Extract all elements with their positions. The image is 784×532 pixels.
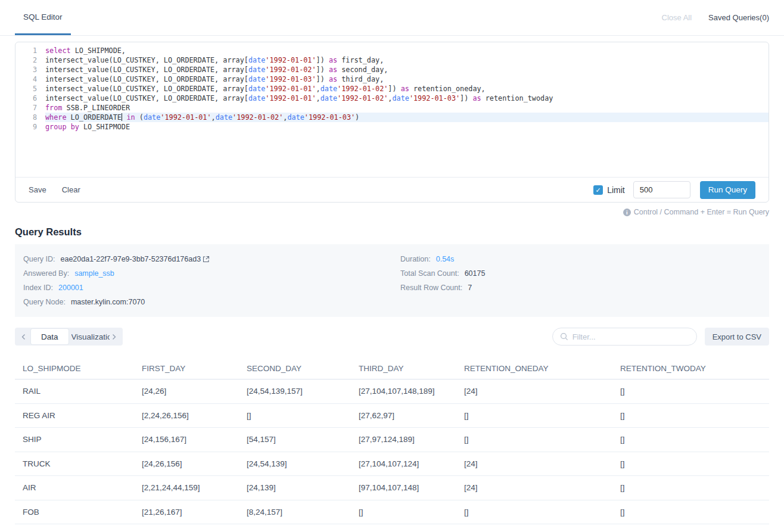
query-info-left: Query ID: eae20da1-22f7-97e9-3bb7-52376d… bbox=[23, 252, 400, 309]
table-row: TRUCK[24,26,156][24,54,139][27,104,107,1… bbox=[15, 452, 769, 477]
line-number: 6 bbox=[15, 94, 45, 103]
code-line: 4intersect_value(LO_CUSTKEY, LO_ORDERDAT… bbox=[15, 74, 769, 84]
tabbar-actions: Close All Saved Queries(0) bbox=[662, 0, 769, 35]
limit-checkbox[interactable]: ✓ bbox=[593, 185, 603, 195]
table-cell: [] bbox=[612, 508, 769, 517]
code-editor[interactable]: 1select LO_SHIPMODE,2intersect_value(LO_… bbox=[15, 42, 769, 177]
table-cell: [54,157] bbox=[239, 435, 351, 444]
table-cell: [24] bbox=[456, 387, 612, 396]
table-cell: [] bbox=[351, 508, 456, 517]
limit-input[interactable] bbox=[633, 181, 690, 198]
tab-sql-editor[interactable]: SQL Editor bbox=[15, 0, 71, 35]
line-number: 3 bbox=[15, 65, 45, 74]
editor-toolbar: Save Clear ✓ Limit Run Query bbox=[15, 177, 769, 202]
saved-queries-button[interactable]: Saved Queries(0) bbox=[708, 13, 769, 22]
table-cell: [] bbox=[612, 459, 769, 468]
tab-data[interactable]: Data bbox=[31, 329, 69, 344]
query-node-label: Query Node: bbox=[23, 298, 66, 306]
column-header: RETENTION_TWODAY bbox=[612, 364, 769, 373]
tabs-scroll-right-icon[interactable] bbox=[110, 334, 119, 340]
table-cell: SHIP bbox=[15, 435, 134, 444]
editor-tabbar: SQL Editor Close All Saved Queries(0) bbox=[0, 0, 784, 36]
query-id-value: eae20da1-22f7-97e9-3bb7-52376d176ad3 bbox=[61, 255, 201, 263]
column-header: THIRD_DAY bbox=[351, 364, 456, 373]
table-cell: [] bbox=[612, 387, 769, 396]
results-table: LO_SHIPMODEFIRST_DAYSECOND_DAYTHIRD_DAYR… bbox=[15, 357, 769, 532]
table-cell: [] bbox=[456, 508, 612, 517]
total-scan-label: Total Scan Count: bbox=[400, 269, 459, 278]
filter-input[interactable] bbox=[573, 332, 689, 341]
table-cell: [27,62,97] bbox=[351, 411, 456, 420]
table-cell: [24,54,139] bbox=[239, 459, 351, 468]
column-header: RETENTION_ONEDAY bbox=[456, 364, 612, 373]
table-cell: [24,156,167] bbox=[134, 435, 239, 444]
table-cell: FOB bbox=[15, 508, 134, 517]
table-cell: [] bbox=[456, 435, 612, 444]
table-cell: [24] bbox=[456, 483, 612, 492]
result-rows-label: Result Row Count: bbox=[400, 284, 462, 292]
close-all-button[interactable]: Close All bbox=[662, 13, 692, 22]
table-cell: AIR bbox=[15, 483, 134, 492]
table-cell: [2,21,24,44,159] bbox=[134, 483, 239, 492]
external-link-icon[interactable] bbox=[203, 256, 210, 263]
duration-value[interactable]: 0.54s bbox=[436, 255, 455, 263]
table-row: FOB[21,26,167][8,24,157][][][] bbox=[15, 500, 769, 525]
line-number: 5 bbox=[15, 84, 45, 94]
line-number: 7 bbox=[15, 103, 45, 113]
table-body: RAIL[24,26][24,54,139,157][27,104,107,14… bbox=[15, 379, 769, 532]
table-row: AIR[2,21,24,44,159][24,139][97,104,107,1… bbox=[15, 476, 769, 500]
code-line: 1select LO_SHIPMODE, bbox=[15, 46, 769, 55]
column-header: FIRST_DAY bbox=[134, 364, 239, 373]
table-row: SHIP[24,156,167][54,157][27,97,124,189][… bbox=[15, 428, 769, 452]
clear-button[interactable]: Clear bbox=[62, 185, 80, 194]
code-line: 8where LO_ORDERDATE in (date'1992-01-01'… bbox=[15, 113, 769, 122]
export-csv-button[interactable]: Export to CSV bbox=[705, 328, 769, 346]
line-number: 2 bbox=[15, 55, 45, 65]
total-scan-value: 60175 bbox=[465, 269, 486, 278]
tab-sql-editor-label: SQL Editor bbox=[23, 13, 63, 21]
table-cell: [24,26] bbox=[134, 387, 239, 396]
table-cell: REG AIR bbox=[15, 411, 134, 420]
answered-by-label: Answered By: bbox=[23, 269, 69, 278]
code-line: 9group by LO_SHIPMODE bbox=[15, 122, 769, 132]
table-cell: [] bbox=[456, 411, 612, 420]
table-cell: [21,26,167] bbox=[134, 508, 239, 517]
line-number: 4 bbox=[15, 74, 45, 84]
table-cell: TRUCK bbox=[15, 459, 134, 468]
table-row: RAIL[24,26][24,54,139,157][27,104,107,14… bbox=[15, 379, 769, 404]
table-cell: [27,104,107,148,189] bbox=[351, 387, 456, 396]
sql-editor-panel: 1select LO_SHIPMODE,2intersect_value(LO_… bbox=[15, 42, 769, 203]
filter-box bbox=[552, 328, 697, 346]
table-cell: RAIL bbox=[15, 387, 134, 396]
result-view-tabs: Data Visualization bbox=[15, 328, 123, 346]
table-cell: [24,26,156] bbox=[134, 459, 239, 468]
run-query-button[interactable]: Run Query bbox=[700, 181, 755, 199]
table-cell: [2,24,26,156] bbox=[134, 411, 239, 420]
duration-label: Duration: bbox=[400, 255, 431, 263]
table-cell: [8,24,157] bbox=[239, 508, 351, 517]
code-line: 6intersect_value(LO_CUSTKEY, LO_ORDERDAT… bbox=[15, 94, 769, 103]
answered-by-link[interactable]: sample_ssb bbox=[74, 269, 114, 278]
run-controls: ✓ Limit Run Query bbox=[593, 181, 755, 199]
tab-visualization[interactable]: Visualization bbox=[71, 332, 110, 341]
result-rows-value: 7 bbox=[468, 284, 472, 292]
code-line: 7from SSB.P_LINEORDER bbox=[15, 103, 769, 113]
save-button[interactable]: Save bbox=[29, 185, 46, 194]
code-line: 5intersect_value(LO_CUSTKEY, LO_ORDERDAT… bbox=[15, 84, 769, 94]
line-number: 8 bbox=[15, 113, 45, 122]
query-info-right: Duration: 0.54s Total Scan Count: 60175 … bbox=[400, 252, 485, 309]
code-line: 2intersect_value(LO_CUSTKEY, LO_ORDERDAT… bbox=[15, 55, 769, 65]
column-header: SECOND_DAY bbox=[239, 364, 351, 373]
line-number: 9 bbox=[15, 122, 45, 132]
table-cell: [24,139] bbox=[239, 483, 351, 492]
index-id-link[interactable]: 200001 bbox=[58, 284, 83, 292]
table-cell: [97,104,107,148] bbox=[351, 483, 456, 492]
query-info-panel: Query ID: eae20da1-22f7-97e9-3bb7-52376d… bbox=[15, 244, 769, 317]
tabs-scroll-left-icon[interactable] bbox=[19, 334, 28, 340]
page-title: Query Results bbox=[15, 226, 769, 238]
table-header-row: LO_SHIPMODEFIRST_DAYSECOND_DAYTHIRD_DAYR… bbox=[15, 357, 769, 379]
line-number: 1 bbox=[15, 46, 45, 55]
table-cell: [] bbox=[612, 435, 769, 444]
table-cell: [] bbox=[612, 411, 769, 420]
query-node-value: master.kylin.com:7070 bbox=[71, 298, 145, 306]
